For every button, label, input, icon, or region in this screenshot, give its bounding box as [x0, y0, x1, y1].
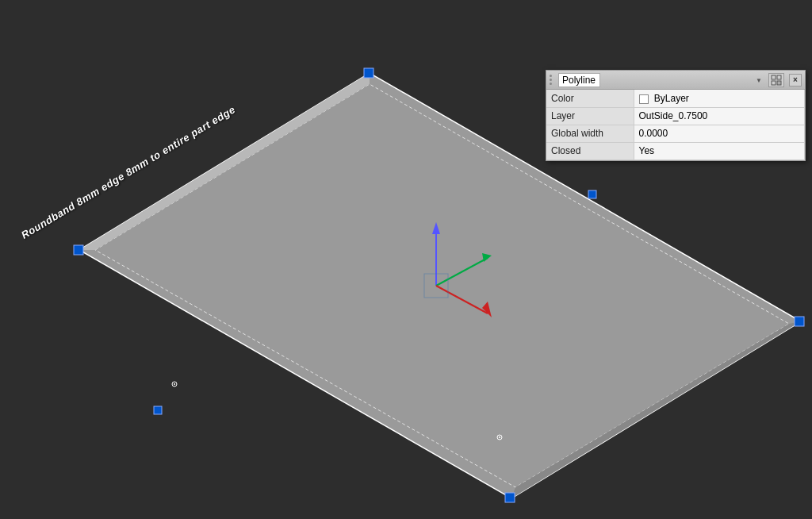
property-label-layer: Layer: [546, 107, 634, 125]
properties-table: Color ByLayer Layer OutSide_0.7500 Globa…: [546, 90, 805, 160]
svg-rect-8: [588, 190, 596, 198]
property-row-global-width: Global width 0.0000: [546, 125, 805, 142]
svg-rect-5: [74, 245, 83, 255]
panel-icon-button[interactable]: [768, 73, 784, 87]
property-value-global-width[interactable]: 0.0000: [634, 125, 805, 142]
panel-header: Polyline ×: [546, 71, 805, 90]
svg-rect-21: [772, 75, 776, 79]
property-label-color: Color: [546, 90, 634, 107]
property-row-closed: Closed Yes: [546, 142, 805, 160]
svg-rect-7: [505, 493, 515, 502]
property-value-color[interactable]: ByLayer: [634, 90, 805, 107]
property-label-global-width: Global width: [546, 125, 634, 142]
svg-point-11: [174, 383, 175, 385]
svg-rect-9: [154, 406, 162, 414]
properties-panel: Polyline × Color ByLayer: [546, 70, 806, 161]
polyline-type-select-wrapper: Polyline: [558, 72, 765, 87]
cad-viewport[interactable]: Roundband 8mm edge 8mm to entire part ed…: [0, 0, 812, 519]
svg-rect-23: [772, 81, 776, 85]
panel-grip-icon: [550, 75, 552, 85]
polyline-type-select[interactable]: Polyline: [558, 73, 600, 87]
svg-point-13: [499, 436, 500, 438]
color-swatch: [639, 94, 649, 104]
property-row-layer: Layer OutSide_0.7500: [546, 107, 805, 125]
property-label-closed: Closed: [546, 142, 634, 160]
svg-rect-4: [364, 68, 373, 78]
property-row-color: Color ByLayer: [546, 90, 805, 107]
panel-close-button[interactable]: ×: [789, 74, 802, 86]
property-value-closed[interactable]: Yes: [634, 142, 805, 160]
property-value-layer[interactable]: OutSide_0.7500: [634, 107, 805, 125]
svg-rect-6: [795, 317, 804, 326]
svg-rect-24: [777, 81, 781, 85]
svg-rect-22: [777, 75, 781, 79]
